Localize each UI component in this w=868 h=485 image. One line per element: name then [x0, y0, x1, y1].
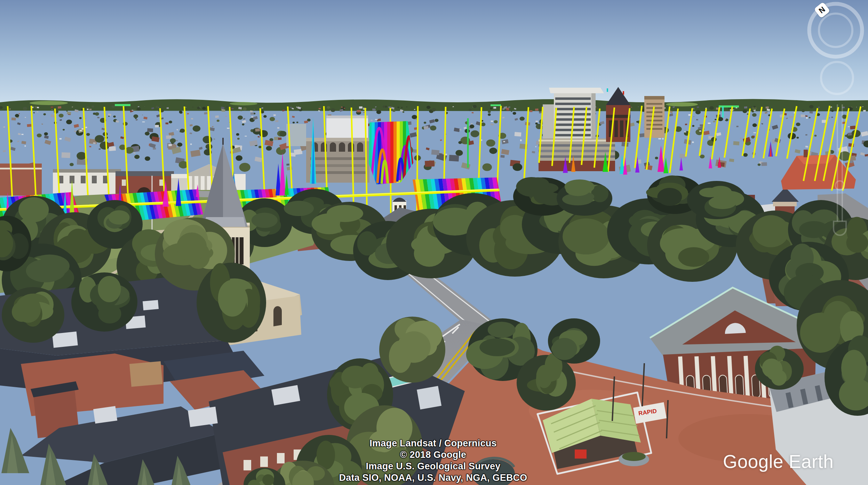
distant-tree [34, 106, 37, 108]
distant-roof [278, 137, 282, 140]
distant-roof [185, 107, 186, 108]
distant-tree [700, 154, 705, 158]
distant-roof [64, 137, 71, 142]
distant-roof [472, 112, 474, 113]
tree-lump [67, 229, 89, 249]
distant-tree [79, 117, 82, 119]
distant-roof [454, 128, 460, 132]
distant-roof [190, 124, 193, 126]
distant-tree [59, 114, 64, 118]
distant-roof [491, 123, 494, 125]
distant-tree [424, 122, 426, 124]
distant-roof [158, 107, 160, 108]
distant-tree [111, 105, 115, 108]
distant-roof [25, 117, 26, 118]
distant-roof [863, 110, 866, 112]
distant-tree [432, 108, 436, 111]
distant-roof [116, 120, 119, 123]
rainbow-trapezoid [365, 118, 419, 188]
distant-roof [700, 124, 703, 126]
distant-tree [197, 107, 200, 109]
distant-tree [134, 109, 136, 111]
distant-roof [251, 116, 253, 118]
distant-roof [58, 106, 61, 109]
distant-tree [236, 155, 242, 161]
distant-glint [662, 138, 664, 140]
distant-roof [693, 116, 694, 117]
tree-lump [109, 210, 130, 224]
tree-lump [252, 213, 278, 228]
earth-3d-viewport[interactable]: RAPID [0, 0, 868, 485]
distant-glint [535, 146, 536, 147]
distant-tree [91, 105, 94, 108]
distant-roof [44, 135, 49, 139]
distant-roof [713, 121, 715, 122]
tan-penthouse [129, 361, 162, 387]
distant-glint [688, 114, 691, 116]
distant-tree [511, 111, 512, 112]
distant-tree [206, 144, 213, 149]
distant-roof [199, 147, 202, 150]
tree-lump [657, 188, 682, 206]
distant-tree [401, 107, 403, 108]
distant-roof [212, 126, 214, 127]
distant-glint [708, 122, 710, 124]
distant-tree [258, 146, 262, 148]
distant-roof [89, 109, 92, 110]
distant-roof [831, 117, 833, 118]
distant-tree [66, 120, 72, 125]
distant-roof [21, 141, 26, 144]
modern-concrete-buildings [286, 116, 369, 183]
distant-roof [250, 110, 253, 112]
distant-roof [805, 134, 807, 136]
tree-lump [678, 247, 709, 267]
distant-roof [277, 127, 279, 129]
distant-glint [692, 142, 694, 143]
distant-roof [761, 162, 767, 166]
yellow-placemark-line [260, 108, 265, 197]
distant-roof [294, 149, 302, 155]
distant-glint [503, 141, 505, 142]
tree-lump [218, 280, 247, 317]
distant-glint [22, 134, 24, 135]
tree-lump [397, 331, 430, 363]
distant-tree [279, 131, 286, 136]
distant-roof [842, 122, 845, 124]
distant-tree [134, 106, 135, 107]
tree-lump [177, 232, 207, 261]
distant-roof [729, 159, 734, 162]
distant-tree [486, 140, 495, 147]
distant-roof [93, 142, 96, 144]
yellow-placemark-line [742, 109, 750, 156]
distant-tree [77, 152, 86, 160]
tree-lump [361, 363, 379, 382]
distant-roof [801, 114, 805, 117]
distant-roof [426, 148, 430, 150]
distant-roof [865, 154, 868, 157]
distant-tree [239, 163, 250, 172]
distant-roof [132, 110, 134, 111]
distant-glint [25, 145, 26, 147]
distant-roof [535, 109, 539, 111]
distant-roof [18, 133, 21, 135]
tree-lump [799, 221, 829, 238]
distant-tree [473, 105, 477, 108]
tree-lump [841, 350, 867, 386]
glitch-sliver [115, 104, 130, 106]
distant-tree [145, 156, 150, 161]
distant-tree [293, 122, 295, 124]
tan-tower [644, 96, 664, 138]
distant-tree [263, 115, 266, 118]
distant-tree [192, 107, 194, 108]
tree-lump [18, 197, 49, 222]
distant-tree [519, 117, 525, 121]
distant-roof [225, 116, 227, 117]
distant-tree [747, 113, 748, 115]
distant-roof [136, 119, 138, 121]
distant-tree [134, 155, 140, 159]
tree-lump [536, 367, 560, 382]
distant-roof [176, 140, 178, 141]
tree-lump [846, 233, 868, 253]
distant-tree [814, 135, 817, 136]
distant-roof [805, 115, 808, 117]
